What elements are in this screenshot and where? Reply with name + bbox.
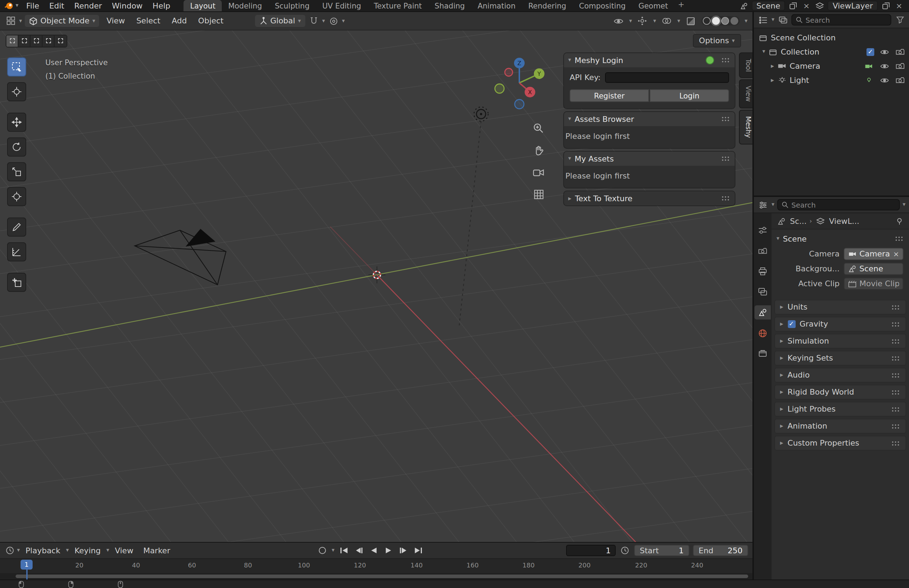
grip-handle[interactable] [721,116,730,122]
properties-search-input[interactable] [791,201,896,208]
transform-orientation-dropdown[interactable]: Global ▾ [255,15,305,27]
tab-world-properties[interactable] [754,326,771,340]
gizmos-dropdown[interactable] [637,16,648,26]
workspace-tab-compositing[interactable]: Compositing [572,0,632,11]
new-scene-button[interactable] [787,1,798,11]
section-custom-properties[interactable]: ▸ Custom Properties [774,436,906,451]
proportional-editing-toggle[interactable] [328,16,339,26]
tool-add-cube[interactable] [7,273,26,292]
select-mode-new[interactable] [6,35,18,47]
section-rigid-body-world[interactable]: ▸ Rigid Body World [774,384,906,399]
grip-handle[interactable] [891,423,901,429]
scene-camera-field[interactable]: Camera × [844,248,903,260]
zoom-icon[interactable] [530,120,547,137]
login-button[interactable]: Login [650,89,729,102]
add-workspace-button[interactable]: + [675,0,688,11]
collection-checkbox[interactable]: ✓ [867,48,874,56]
grip-handle[interactable] [891,440,901,446]
pan-hand-icon[interactable] [530,142,547,159]
outliner-row-camera[interactable]: ▸ Camera [754,59,909,73]
jump-to-end-button[interactable] [412,546,424,556]
menu-view-timeline[interactable]: View [111,546,137,555]
expand-camera-icon[interactable]: ▸ [771,63,774,69]
outliner-filter-icon[interactable] [894,15,906,25]
outliner-row-collection[interactable]: ▾ Collection ✓ [754,45,909,59]
orthographic-toggle-icon[interactable] [530,186,547,203]
browse-scene-icon[interactable] [738,1,749,11]
workspace-tab-layout[interactable]: Layout [184,0,222,11]
properties-search[interactable] [777,199,900,210]
tab-viewlayer-properties[interactable] [754,285,771,299]
unlink-scene-button[interactable]: × [801,1,812,11]
background-scene-field[interactable]: Scene [844,263,903,275]
menu-object[interactable]: Object [194,16,228,26]
hide-viewport-eye-icon[interactable] [878,75,890,85]
tab-collection-properties[interactable] [754,346,771,360]
pin-icon[interactable] [893,216,905,226]
grip-handle[interactable] [721,195,730,201]
timeline-scrollbar-thumb[interactable] [16,575,748,578]
tool-transform[interactable] [7,187,26,206]
grip-handle[interactable] [891,321,901,327]
light-object[interactable] [474,107,488,121]
blender-logo-menu[interactable]: ▾ [4,1,18,11]
breadcrumb-scene[interactable]: Sc... [790,216,807,226]
tool-measure[interactable] [7,242,26,262]
expand-collection-icon[interactable]: ▾ [762,49,765,55]
breadcrumb-viewlayer[interactable]: ViewL... [829,216,859,226]
tab-scene-properties[interactable] [754,305,771,320]
current-frame-field[interactable]: 1 [566,545,616,556]
menu-playback[interactable]: Playback [21,546,65,555]
gizmo-x-negative[interactable] [505,68,513,76]
tab-tool-properties[interactable] [754,223,771,237]
api-key-input[interactable] [605,72,730,83]
tab-output-properties[interactable] [754,264,771,278]
scene-selector[interactable]: Scene [751,1,785,11]
tool-move[interactable] [7,113,26,132]
play-reverse-button[interactable] [368,546,379,556]
disable-render-camera-icon[interactable] [894,47,906,57]
menu-select[interactable]: Select [132,16,165,26]
meshy-login-header[interactable]: ▾ Meshy Login [564,53,735,67]
sidebar-tab-meshy[interactable]: Meshy [739,110,752,144]
menu-view[interactable]: View [102,16,129,26]
timeline-scrollbar[interactable] [0,573,752,580]
outliner-search[interactable] [791,14,891,26]
select-mode-extend[interactable] [18,35,31,47]
grip-handle[interactable] [891,338,901,344]
register-button[interactable]: Register [570,89,649,102]
gizmo-y-negative[interactable] [495,84,504,93]
grip-handle[interactable] [891,406,901,412]
tool-rotate[interactable] [7,137,26,157]
menu-keying[interactable]: Keying [70,546,105,555]
section-gravity[interactable]: ▸ ✓ Gravity [774,317,906,331]
gizmo-z-negative[interactable] [515,100,524,109]
menu-add[interactable]: Add [168,16,191,26]
workspace-tab-sculpting[interactable]: Sculpting [268,0,316,11]
remove-viewlayer-button[interactable]: × [893,1,905,11]
grip-handle[interactable] [891,372,901,378]
outliner-row-scene-collection[interactable]: Scene Collection [754,31,909,45]
menu-marker[interactable]: Marker [139,546,174,555]
select-mode-invert[interactable] [42,35,55,47]
properties-editor-dropdown[interactable] [757,200,769,210]
grip-handle[interactable] [891,355,901,361]
tool-scale[interactable] [7,162,26,181]
clear-camera-icon[interactable]: × [893,250,899,258]
properties-options-dropdown[interactable]: ▾ [903,202,906,208]
sidebar-tab-tool[interactable]: Tool [739,52,752,78]
section-animation[interactable]: ▸ Animation [774,419,906,434]
camera-object[interactable] [135,230,226,285]
grip-handle[interactable] [891,304,901,310]
select-mode-intersect[interactable] [55,35,66,47]
camera-view-icon[interactable] [530,164,547,181]
shading-solid-button[interactable] [712,17,720,25]
tab-render-properties[interactable] [754,244,771,258]
shading-dropdown[interactable]: ▾ [744,18,748,24]
snap-dropdown[interactable]: ▾ [322,18,325,24]
scene-panel-header[interactable]: ▾ Scene [772,232,909,246]
workspace-tab-rendering[interactable]: Rendering [522,0,572,11]
overlays-dropdown[interactable] [661,16,672,26]
grip-handle[interactable] [721,57,730,63]
outliner-display-mode-icon[interactable] [777,15,789,25]
